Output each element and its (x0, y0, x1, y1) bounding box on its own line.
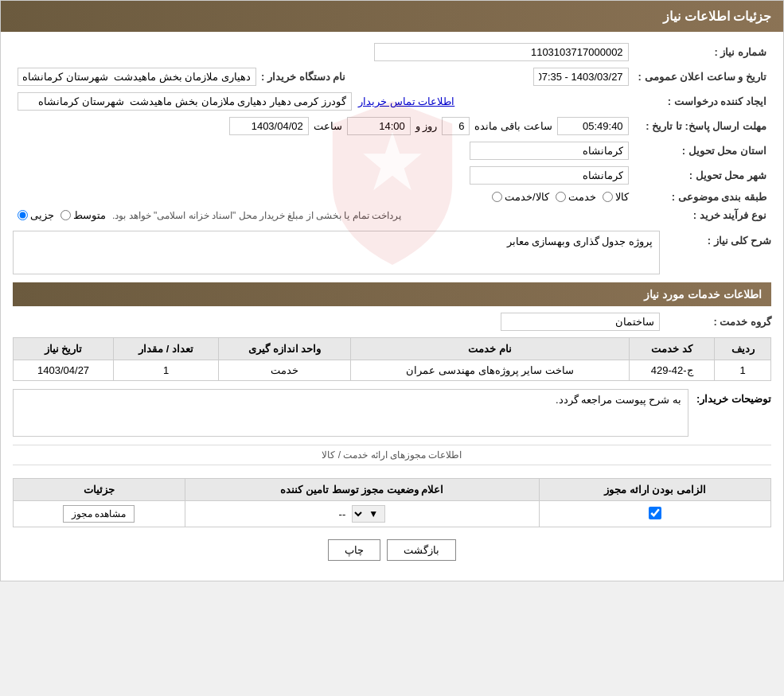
khedmat-label: خدمت (568, 191, 596, 203)
row-code: ج-42-429 (629, 360, 714, 381)
contact-link[interactable]: اطلاعات تماس خریدار (358, 95, 454, 107)
back-button[interactable]: بازگشت (387, 539, 456, 561)
deadline-time-label: ساعت (314, 120, 342, 132)
motavaset-label: متوسط (73, 209, 106, 221)
description-value: پروژه جدول گذاری وبهسازی معابر (507, 235, 653, 247)
services-table: ردیف کد خدمت نام خدمت واحد اندازه گیری ت… (13, 337, 771, 381)
description-section: شرح کلی نیاز : پروژه جدول گذاری وبهسازی … (13, 231, 771, 274)
tender-number-label: شماره نیاز : (634, 40, 771, 64)
row-date: 1403/04/27 (14, 360, 114, 381)
services-section-label: اطلاعات خدمات مورد نیاز (644, 288, 762, 301)
col-unit: واحد اندازه گیری (219, 338, 351, 360)
table-row: 1 ج-42-429 ساخت سایر پروژه‌های مهندسی عم… (14, 360, 771, 381)
category-label: طبقه بندی موضوعی : (634, 188, 771, 206)
deadline-date-input[interactable] (229, 117, 309, 135)
permits-section-link: اطلاعات مجوزهای ارائه خدمت / کالا (13, 445, 771, 465)
remaining-time-label: ساعت باقی مانده (474, 120, 552, 132)
category-kala-khedmat-radio[interactable] (492, 192, 502, 202)
announce-datetime-cell: نام دستگاه خریدار : (13, 64, 634, 89)
page-title: جزئیات اطلاعات نیاز (663, 10, 771, 23)
description-label: شرح کلی نیاز : (668, 231, 771, 247)
purchase-type-note: پرداخت تمام یا بخشی از مبلغ خریدار محل "… (112, 210, 401, 221)
city-input[interactable] (470, 166, 629, 185)
col-qty: تعداد / مقدار (114, 338, 219, 360)
permits-section: اطلاعات مجوزهای ارائه خدمت / کالا الزامی… (13, 445, 771, 527)
page-header: جزئیات اطلاعات نیاز (1, 1, 783, 32)
service-group-row: گروه خدمت : (13, 313, 771, 331)
permits-col-status: اعلام وضعیت مجوز توسط تامین کننده (185, 479, 540, 501)
purchase-type-motavaset-radio[interactable] (60, 210, 71, 220)
tender-number-input[interactable] (374, 43, 629, 61)
kala-khedmat-label: کالا/خدمت (505, 191, 549, 203)
row-number: 1 (715, 360, 771, 381)
permits-status-select[interactable]: ▼ (352, 505, 385, 523)
requester-input[interactable] (18, 92, 352, 111)
col-code: کد خدمت (629, 338, 714, 360)
row-unit: خدمت (219, 360, 351, 381)
action-buttons: بازگشت چاپ (13, 527, 771, 573)
service-group-input[interactable] (501, 313, 660, 331)
province-input[interactable] (470, 142, 629, 160)
announce-datetime-label: تاریخ و ساعت اعلان عمومی : (634, 64, 771, 89)
permits-col-required: الزامی بودن ارائه مجوز (540, 479, 771, 501)
row-service-name: ساخت سایر پروژه‌های مهندسی عمران (351, 360, 630, 381)
deadline-label: مهلت ارسال پاسخ: تا تاریخ : (634, 114, 771, 138)
view-permit-button[interactable]: مشاهده مجوز (63, 505, 135, 523)
province-label: استان محل تحویل : (634, 138, 771, 163)
remaining-days-input[interactable] (442, 117, 470, 135)
requester-label: ایجاد کننده درخواست : (634, 89, 771, 114)
permits-required-cell (540, 501, 771, 527)
description-box: پروژه جدول گذاری وبهسازی معابر (13, 231, 660, 274)
requester-cell: اطلاعات تماس خریدار (13, 89, 634, 114)
permits-status-value: -- (339, 508, 346, 520)
buyer-notes-content: به شرح پیوست مراجعه گردد. (13, 389, 688, 437)
page-wrapper: جزئیات اطلاعات نیاز شماره نیاز : تاریخ و… (0, 0, 784, 581)
buyer-notes-label: توضیحات خریدار: (696, 389, 771, 437)
jozii-label: جزیی (30, 209, 54, 221)
announce-datetime-input[interactable] (533, 68, 629, 86)
kala-label: کالا (615, 191, 629, 203)
remaining-days-label: روز و (415, 120, 438, 132)
buyer-org-label: نام دستگاه خریدار : (261, 71, 345, 83)
col-name: نام خدمت (351, 338, 630, 360)
info-table: شماره نیاز : تاریخ و ساعت اعلان عمومی : … (13, 40, 771, 224)
purchase-type-label: نوع فرآیند خرید : (634, 206, 771, 224)
row-quantity: 1 (114, 360, 219, 381)
print-button[interactable]: چاپ (328, 539, 380, 561)
category-khedmat-radio[interactable] (556, 192, 566, 202)
deadline-cell: ساعت باقی مانده روز و ساعت (13, 114, 634, 138)
city-cell (13, 163, 634, 188)
buyer-org-input[interactable] (18, 68, 256, 86)
col-date: تاریخ نیاز (14, 338, 114, 360)
permits-required-checkbox[interactable] (649, 507, 661, 519)
province-cell (13, 138, 634, 163)
permits-section-label: اطلاعات مجوزهای ارائه خدمت / کالا (322, 449, 462, 461)
main-content: شماره نیاز : تاریخ و ساعت اعلان عمومی : … (1, 32, 783, 581)
category-cell: کالا خدمت کالا/خدمت (13, 188, 634, 206)
col-row: ردیف (715, 338, 771, 360)
buyer-notes-value: به شرح پیوست مراجعه گردد. (556, 394, 681, 406)
permits-status-cell: ▼ -- (185, 501, 540, 527)
permits-table-row: ▼ -- مشاهده مجوز (14, 501, 771, 527)
service-group-label: گروه خدمت : (668, 316, 771, 328)
permits-col-details: جزئیات (14, 479, 185, 501)
permits-details-cell: مشاهده مجوز (14, 501, 185, 527)
remaining-time-input[interactable] (557, 117, 629, 135)
deadline-time-input[interactable] (347, 117, 411, 135)
tender-number-value (13, 40, 634, 64)
buyer-notes-box: به شرح پیوست مراجعه گردد. (13, 389, 688, 437)
buyer-notes-section: توضیحات خریدار: به شرح پیوست مراجعه گردد… (13, 389, 771, 437)
city-label: شهر محل تحویل : (634, 163, 771, 188)
purchase-type-jozii-radio[interactable] (18, 210, 28, 220)
services-section-header: اطلاعات خدمات مورد نیاز (13, 282, 771, 306)
category-kala-radio[interactable] (603, 192, 613, 202)
permits-table: الزامی بودن ارائه مجوز اعلام وضعیت مجوز … (13, 478, 771, 527)
purchase-type-cell: پرداخت تمام یا بخشی از مبلغ خریدار محل "… (13, 206, 634, 224)
